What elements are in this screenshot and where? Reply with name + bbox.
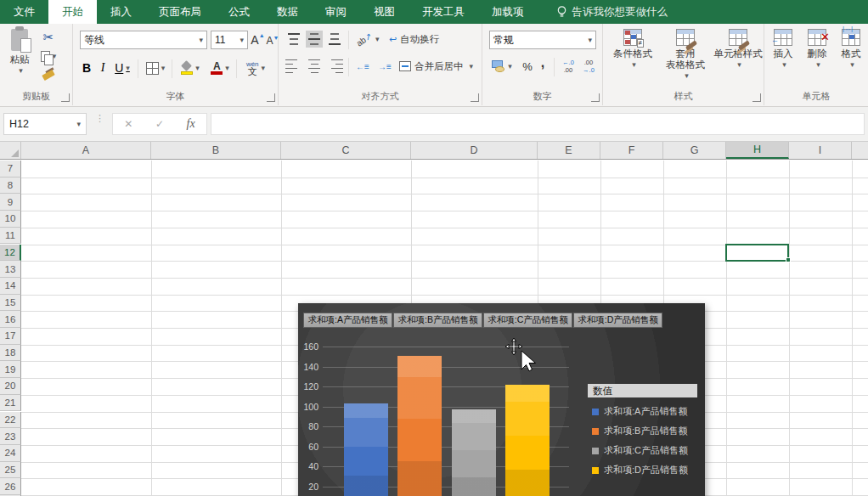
name-box-dropdown-icon[interactable]: ▾ bbox=[76, 120, 81, 128]
legend-item[interactable]: 求和项:B产品销售额 bbox=[592, 425, 687, 437]
font-name-select[interactable]: 等线 ▾ bbox=[80, 31, 207, 49]
ribbon-tab-开始[interactable]: 开始 bbox=[48, 0, 97, 24]
legend-item[interactable]: 求和项:A产品销售额 bbox=[592, 405, 687, 418]
chart-bar-2[interactable] bbox=[397, 356, 442, 496]
delete-cells-button[interactable]: ✕删除▾ bbox=[802, 29, 832, 70]
column-header-F[interactable]: F bbox=[600, 142, 663, 159]
ribbon-tab-加载项[interactable]: 加载项 bbox=[478, 0, 538, 24]
worksheet[interactable]: ABCDEFGHI 789101112131415161718192021222… bbox=[0, 142, 868, 496]
row-header-18[interactable]: 18 bbox=[0, 345, 21, 362]
format-as-table-button[interactable]: 套用表格格式▾ bbox=[661, 29, 710, 82]
decrease-font-size-button[interactable]: A▼ bbox=[267, 32, 279, 49]
number-dialog-launcher[interactable] bbox=[591, 93, 600, 102]
fill-color-button[interactable]: ▾ bbox=[177, 59, 204, 76]
decrease-decimal-button[interactable]: .00→.0 bbox=[579, 56, 598, 76]
column-header-H[interactable]: H bbox=[726, 142, 789, 159]
paste-button[interactable]: 粘贴 ▾ bbox=[5, 29, 34, 76]
percent-style-button[interactable]: % bbox=[520, 58, 535, 75]
formula-input[interactable] bbox=[211, 113, 865, 135]
column-header-A[interactable]: A bbox=[21, 142, 151, 159]
increase-font-size-button[interactable]: A▲ bbox=[251, 31, 264, 49]
bold-button[interactable]: B bbox=[80, 59, 93, 76]
row-header-21[interactable]: 21 bbox=[0, 395, 21, 412]
decrease-indent-button[interactable]: ←≡ bbox=[353, 58, 372, 75]
number-format-select[interactable]: 常规 ▾ bbox=[489, 31, 596, 49]
row-header-22[interactable]: 22 bbox=[0, 412, 21, 429]
align-top-button[interactable] bbox=[285, 31, 302, 48]
row-header-26[interactable]: 26 bbox=[0, 478, 21, 495]
merge-center-button[interactable]: 合并后居中 ▾ bbox=[399, 58, 481, 75]
accounting-format-button[interactable]: ▾ bbox=[489, 58, 515, 75]
ribbon-tab-公式[interactable]: 公式 bbox=[215, 0, 263, 24]
ribbon-tab-开发工具[interactable]: 开发工具 bbox=[409, 0, 478, 24]
chart-bar-1[interactable] bbox=[344, 403, 388, 496]
ribbon-tab-视图[interactable]: 视图 bbox=[360, 0, 409, 24]
row-header-16[interactable]: 16 bbox=[0, 311, 21, 328]
orientation-button[interactable]: ab↗ ▾ bbox=[353, 31, 382, 48]
row-header-25[interactable]: 25 bbox=[0, 462, 21, 479]
row-header-24[interactable]: 24 bbox=[0, 445, 21, 462]
chart-legend-title[interactable]: 数值 bbox=[588, 384, 697, 397]
increase-decimal-button[interactable]: ←.0.00 bbox=[559, 56, 578, 76]
pivot-field-button[interactable]: 求和项:B产品销售额 bbox=[393, 313, 482, 328]
row-header-15[interactable]: 15 bbox=[0, 295, 21, 312]
select-all-corner[interactable] bbox=[0, 142, 21, 159]
styles-dialog-launcher[interactable] bbox=[752, 93, 761, 102]
italic-button[interactable]: I bbox=[97, 59, 109, 76]
pivot-field-button[interactable]: 求和项:D产品销售额 bbox=[573, 313, 662, 328]
row-header-9[interactable]: 9 bbox=[0, 194, 21, 211]
comma-style-button[interactable]: , bbox=[537, 54, 549, 71]
row-header-19[interactable]: 19 bbox=[0, 361, 21, 378]
align-middle-button[interactable] bbox=[306, 31, 323, 48]
ribbon-tab-页面布局[interactable]: 页面布局 bbox=[145, 0, 215, 24]
font-size-select[interactable]: 11 ▾ bbox=[211, 31, 248, 49]
phonetic-guide-button[interactable]: wén文 ▾ bbox=[241, 58, 270, 78]
row-header-20[interactable]: 20 bbox=[0, 378, 21, 395]
column-header-G[interactable]: G bbox=[663, 142, 726, 159]
clipboard-dialog-launcher[interactable] bbox=[61, 93, 70, 102]
row-header-12[interactable]: 12 bbox=[0, 245, 21, 262]
row-header-11[interactable]: 11 bbox=[0, 228, 21, 245]
paste-dropdown-icon[interactable]: ▾ bbox=[19, 65, 23, 76]
format-painter-button[interactable] bbox=[37, 66, 59, 83]
row-header-17[interactable]: 17 bbox=[0, 328, 21, 345]
ribbon-tab-文件[interactable]: 文件 bbox=[0, 0, 48, 24]
format-cells-button[interactable]: |↔|格式▾ bbox=[836, 29, 866, 70]
legend-item[interactable]: 求和项:C产品销售额 bbox=[592, 444, 688, 457]
tell-me-box[interactable]: 告诉我你想要做什么 bbox=[548, 0, 677, 24]
column-header-C[interactable]: C bbox=[281, 142, 411, 159]
align-bottom-button[interactable] bbox=[326, 31, 343, 48]
pivot-chart[interactable]: 求和项:A产品销售额求和项:B产品销售额求和项:C产品销售额求和项:D产品销售额… bbox=[298, 303, 705, 496]
column-header-I[interactable]: I bbox=[789, 142, 852, 159]
ribbon-tab-审阅[interactable]: 审阅 bbox=[312, 0, 360, 24]
cell-styles-button[interactable]: 单元格样式▾ bbox=[713, 29, 763, 70]
column-header-E[interactable]: E bbox=[538, 142, 600, 159]
increase-indent-button[interactable]: →≡ bbox=[375, 58, 394, 75]
chart-bar-3[interactable] bbox=[452, 409, 496, 496]
copy-button[interactable]: ▾ bbox=[37, 48, 59, 65]
pivot-field-button[interactable]: 求和项:A产品销售额 bbox=[303, 313, 392, 328]
row-header-14[interactable]: 14 bbox=[0, 278, 21, 295]
formula-bar-resizer[interactable]: ⋮ bbox=[95, 116, 104, 121]
insert-cells-button[interactable]: ←插入▾ bbox=[768, 29, 798, 70]
enter-formula-icon[interactable]: ✓ bbox=[155, 118, 164, 130]
column-header-D[interactable]: D bbox=[411, 142, 538, 159]
pivot-field-button[interactable]: 求和项:C产品销售额 bbox=[483, 313, 572, 328]
ribbon-tab-插入[interactable]: 插入 bbox=[97, 0, 145, 24]
row-header-10[interactable]: 10 bbox=[0, 211, 21, 228]
column-header-B[interactable]: B bbox=[151, 142, 281, 159]
row-header-7[interactable]: 7 bbox=[0, 161, 21, 178]
cancel-formula-icon[interactable]: ✕ bbox=[124, 118, 132, 130]
row-header-8[interactable]: 8 bbox=[0, 178, 21, 194]
wrap-text-button[interactable]: ↩ 自动换行 bbox=[389, 31, 474, 48]
insert-function-icon[interactable]: fx bbox=[187, 117, 195, 131]
fill-handle[interactable] bbox=[786, 257, 791, 262]
row-header-23[interactable]: 23 bbox=[0, 428, 21, 445]
ribbon-tab-数据[interactable]: 数据 bbox=[263, 0, 312, 24]
align-center-button[interactable] bbox=[306, 58, 323, 75]
font-color-button[interactable]: A ▾ bbox=[207, 59, 233, 76]
chart-bar-4[interactable] bbox=[505, 385, 550, 496]
row-header-13[interactable]: 13 bbox=[0, 261, 21, 278]
conditional-formatting-button[interactable]: ≠条件格式▾ bbox=[608, 29, 657, 70]
font-dialog-launcher[interactable] bbox=[267, 93, 275, 102]
